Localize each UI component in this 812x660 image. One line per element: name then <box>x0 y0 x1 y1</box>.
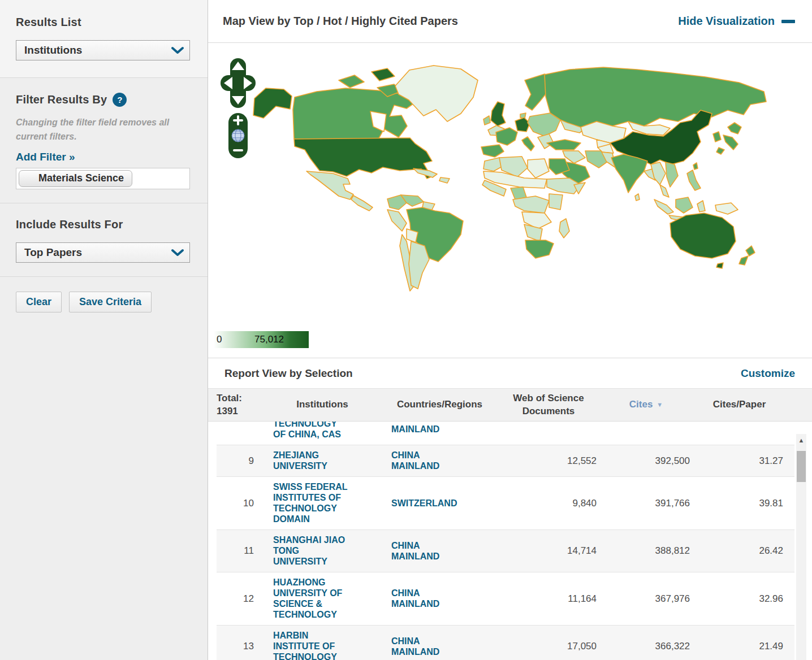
rank-cell: 12 <box>217 593 263 605</box>
country-link[interactable]: MAINLAND <box>391 424 439 435</box>
map-pan-control[interactable] <box>221 58 256 108</box>
customize-link[interactable]: Customize <box>741 367 795 380</box>
country-link[interactable]: CHINA MAINLAND <box>391 588 439 609</box>
documents-cell: 14,714 <box>498 545 599 557</box>
results-list-section: Results List Institutions <box>0 0 208 78</box>
save-criteria-button[interactable]: Save Criteria <box>69 292 152 312</box>
table-header-row: Total: 1391 Institutions Countries/Regio… <box>208 388 812 422</box>
table-row: 12 HUAZHONG UNIVERSITY OF SCIENCE & TECH… <box>217 572 794 626</box>
hide-visualization-label: Hide Visualization <box>678 15 775 28</box>
documents-cell: 9,840 <box>498 498 599 509</box>
scrollbar-up-icon[interactable]: ▲ <box>796 434 806 446</box>
filter-note: Changing the filter field removes all cu… <box>16 116 180 144</box>
cites-cell: 388,812 <box>599 545 693 557</box>
cites-per-paper-cell: 26.42 <box>693 545 786 557</box>
choropleth-legend: 0 75,012 <box>214 331 309 348</box>
world-map-svg[interactable] <box>208 43 812 332</box>
institution-link[interactable]: ZHEJIANG UNIVERSITY <box>273 450 327 471</box>
table-row: 10 SWISS FEDERAL INSTITUTES OF TECHNOLOG… <box>217 477 794 530</box>
results-list-heading: Results List <box>16 16 192 29</box>
rank-cell: 9 <box>217 455 263 467</box>
visualization-header: Map View by Top / Hot / Highly Cited Pap… <box>208 0 812 43</box>
choropleth-map[interactable]: 0 75,012 <box>208 43 812 358</box>
report-view-title: Report View by Selection <box>224 367 353 380</box>
institution-link[interactable]: TECHNOLOGY OF CHINA, CAS <box>273 422 341 440</box>
institution-link[interactable]: HARBIN INSTITUTE OF TECHNOLOGY <box>273 630 337 660</box>
column-header-countries[interactable]: Countries/Regions <box>382 398 498 411</box>
documents-cell: 12,552 <box>498 455 599 467</box>
sort-desc-icon: ▼ <box>656 401 663 409</box>
documents-cell: 17,050 <box>498 641 599 652</box>
cites-cell: 366,322 <box>599 641 693 652</box>
cites-cell: 367,976 <box>599 593 693 605</box>
table-row: 11 SHANGHAI JIAO TONG UNIVERSITY CHINA M… <box>217 530 794 572</box>
filter-results-heading: Filter Results By <box>16 93 107 106</box>
cites-per-paper-cell: 32.96 <box>693 593 786 605</box>
total-label: Total: <box>217 392 263 405</box>
filter-tag-materials-science[interactable]: Materials Science <box>19 170 132 187</box>
total-count: Total: 1391 <box>217 392 263 418</box>
filter-results-section: Filter Results By ? Changing the filter … <box>0 78 208 203</box>
minus-icon <box>781 20 795 23</box>
country-link[interactable]: CHINA MAINLAND <box>391 450 439 471</box>
country-link[interactable]: CHINA MAINLAND <box>391 636 439 657</box>
legend-min-value: 0 <box>217 334 222 345</box>
documents-cell: 11,164 <box>498 593 599 605</box>
include-results-selected-value: Top Papers <box>24 246 82 259</box>
column-header-institutions[interactable]: Institutions <box>263 398 382 411</box>
cites-per-paper-cell: 31.27 <box>693 455 786 467</box>
institution-link[interactable]: HUAZHONG UNIVERSITY OF SCIENCE & TECHNOL… <box>273 577 342 620</box>
chevron-down-icon <box>171 249 184 257</box>
total-value: 1391 <box>217 405 263 418</box>
results-list-selected-value: Institutions <box>24 44 82 57</box>
rank-cell: 11 <box>217 545 263 557</box>
legend-max-value: 75,012 <box>254 334 284 345</box>
map-view-title: Map View by Top / Hot / Highly Cited Pap… <box>223 15 458 28</box>
table-row: TECHNOLOGY OF CHINA, CAS MAINLAND <box>217 422 794 445</box>
column-header-cites[interactable]: Cites ▼ <box>599 398 693 411</box>
esi-app: Results List Institutions Filter Results… <box>0 0 812 660</box>
cites-cell: 391,766 <box>599 498 693 509</box>
column-header-documents[interactable]: Web of Science Documents <box>498 392 599 418</box>
table-scrollbar[interactable]: ▲ <box>796 434 806 660</box>
table-row: 9 ZHEJIANG UNIVERSITY CHINA MAINLAND 12,… <box>217 445 794 477</box>
include-results-section: Include Results For Top Papers <box>0 203 208 277</box>
rank-cell: 10 <box>217 498 263 509</box>
results-list-select[interactable]: Institutions <box>16 40 190 60</box>
country-link[interactable]: CHINA MAINLAND <box>391 540 439 562</box>
chevron-down-icon <box>171 46 184 54</box>
cites-per-paper-cell: 39.81 <box>693 498 786 509</box>
hide-visualization-link[interactable]: Hide Visualization <box>678 15 795 28</box>
active-filters-box: Materials Science <box>16 168 190 189</box>
include-results-select[interactable]: Top Papers <box>16 242 190 263</box>
institution-link[interactable]: SWISS FEDERAL INSTITUTES OF TECHNOLOGY D… <box>273 481 348 524</box>
column-header-cites-per-paper[interactable]: Cites/Paper <box>693 398 786 411</box>
cites-per-paper-cell: 21.49 <box>693 641 786 652</box>
country-link[interactable]: SWITZERLAND <box>391 498 457 509</box>
cites-cell: 392,500 <box>599 455 693 467</box>
institution-link[interactable]: SHANGHAI JIAO TONG UNIVERSITY <box>273 535 345 567</box>
help-icon[interactable]: ? <box>113 93 127 107</box>
main-panel: Map View by Top / Hot / Highly Cited Pap… <box>208 0 812 660</box>
rank-cell: 13 <box>217 641 263 652</box>
include-results-heading: Include Results For <box>16 218 192 231</box>
report-view-header: Report View by Selection Customize <box>208 358 812 388</box>
table-body: TECHNOLOGY OF CHINA, CAS MAINLAND 9 ZHEJ… <box>208 422 812 660</box>
scrollbar-thumb[interactable] <box>797 451 806 482</box>
actions-section: Clear Save Criteria <box>0 277 208 326</box>
filters-sidebar: Results List Institutions Filter Results… <box>0 0 208 660</box>
clear-button[interactable]: Clear <box>16 292 62 312</box>
add-filter-link[interactable]: Add Filter » <box>16 151 75 163</box>
table-row: 13 HARBIN INSTITUTE OF TECHNOLOGY CHINA … <box>217 626 794 660</box>
map-zoom-control[interactable] <box>228 113 248 158</box>
